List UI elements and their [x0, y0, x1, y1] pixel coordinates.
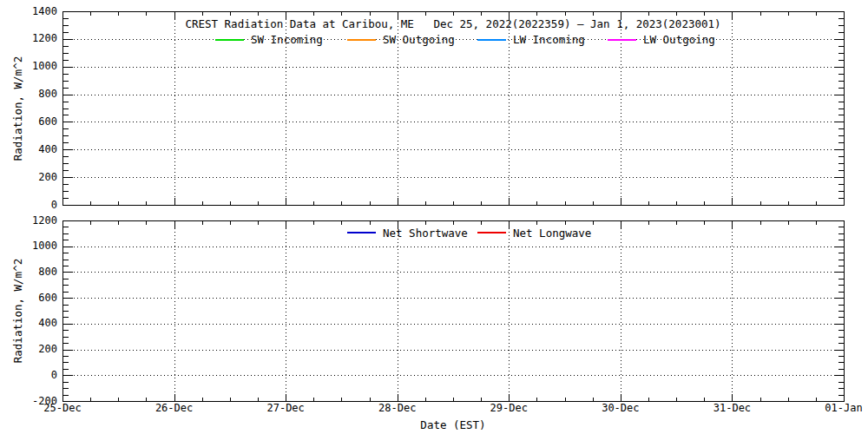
legend-label: LW Incoming: [513, 33, 585, 46]
legend-label: Net Shortwave: [383, 227, 468, 240]
y-tick-label: 400: [7, 144, 57, 155]
y-axis-label-top: Radiation, W/m^2: [11, 22, 25, 195]
legend-line-swatch: [477, 39, 506, 41]
legend-line-swatch: [347, 232, 376, 233]
x-tick-label: 25-Dec: [32, 403, 93, 414]
y-tick-label: 1200: [7, 215, 57, 227]
legend-item: SW Incoming: [215, 34, 323, 46]
plot-axes-canvas: [0, 0, 868, 434]
legend-item: SW Outgoing: [347, 34, 455, 46]
x-axis-label: Date (EST): [62, 418, 844, 431]
y-tick-label: 400: [7, 318, 57, 329]
radiation-chart-screen: CREST Radiation Data at Caribou, ME Dec …: [0, 0, 868, 434]
x-tick-label: 28-Dec: [367, 403, 428, 414]
legend-item: Net Longwave: [477, 227, 591, 239]
y-tick-label: 0: [7, 200, 57, 211]
y-tick-label: 1200: [7, 33, 57, 44]
legend-label: Net Longwave: [513, 227, 591, 240]
y-tick-label: 800: [7, 266, 57, 278]
plot-box: [63, 221, 845, 402]
y-tick-label: 200: [7, 344, 57, 355]
legend-item: Net Shortwave: [347, 227, 468, 239]
y-tick-label: 600: [7, 293, 57, 304]
y-tick-label: 0: [7, 370, 57, 381]
legend-line-swatch: [608, 39, 636, 41]
legend-item: LW Incoming: [477, 34, 585, 46]
chart-title: CREST Radiation Data at Caribou, ME Dec …: [62, 17, 844, 30]
legend-item: LW Outgoing: [608, 34, 715, 46]
legend-line-swatch: [215, 39, 244, 41]
y-tick-label: 1000: [7, 61, 57, 72]
y-tick-label: 1000: [7, 240, 57, 252]
y-tick-label: 200: [7, 172, 57, 183]
y-tick-label: 800: [7, 89, 57, 100]
legend-line-swatch: [347, 39, 376, 41]
legend-label: LW Outgoing: [643, 33, 715, 46]
legend-label: SW Incoming: [251, 33, 323, 46]
x-tick-label: 31-Dec: [701, 403, 762, 414]
x-tick-label: 29-Dec: [478, 403, 539, 414]
x-tick-label: 01-Jan: [813, 403, 868, 414]
x-tick-label: 26-Dec: [144, 403, 205, 414]
x-tick-label: 27-Dec: [255, 403, 316, 414]
x-tick-label: 30-Dec: [590, 403, 651, 414]
y-tick-label: 600: [7, 116, 57, 128]
y-tick-label: 1400: [7, 6, 57, 17]
legend-line-swatch: [477, 232, 506, 233]
legend-label: SW Outgoing: [383, 33, 455, 46]
